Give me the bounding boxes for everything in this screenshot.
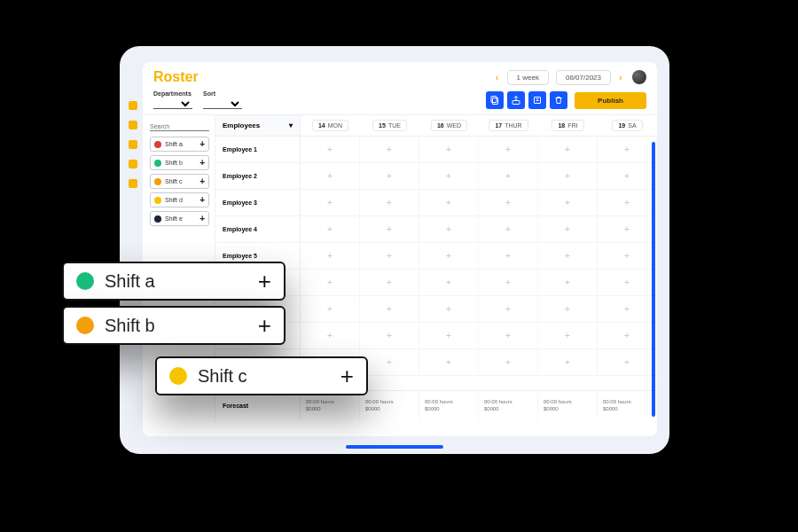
shift-cell[interactable]: +	[419, 323, 479, 348]
employee-name-cell[interactable]: Employee 4	[215, 216, 301, 242]
shift-cell[interactable]: +	[538, 137, 598, 162]
shift-cell[interactable]: +	[419, 296, 479, 322]
employee-name-cell[interactable]: Employee 2	[215, 163, 301, 189]
day-column-header[interactable]: 18FRI	[538, 115, 598, 136]
shift-cell[interactable]: +	[598, 323, 657, 348]
plus-icon[interactable]: +	[200, 176, 205, 186]
day-column-header[interactable]: 19SA	[598, 115, 657, 136]
shift-cell[interactable]: +	[538, 163, 598, 189]
plus-icon[interactable]: +	[258, 268, 271, 295]
shift-cell[interactable]: +	[598, 190, 657, 215]
shift-popover[interactable]: Shift c +	[155, 356, 368, 395]
export-button[interactable]	[507, 91, 525, 109]
shift-cell[interactable]: +	[360, 296, 419, 322]
plus-icon[interactable]: +	[258, 312, 271, 340]
delete-button[interactable]	[550, 91, 567, 109]
shift-cell[interactable]: +	[360, 323, 419, 348]
shift-cell[interactable]: +	[360, 163, 419, 189]
toolbar: Departments Sort Publish	[143, 89, 657, 115]
plus-icon[interactable]: +	[200, 195, 205, 205]
shift-cell[interactable]: +	[301, 270, 360, 295]
shift-cell[interactable]: +	[301, 323, 360, 348]
shift-cell[interactable]: +	[419, 270, 479, 295]
publish-button[interactable]: Publish	[575, 92, 646, 109]
shift-cell[interactable]: +	[419, 349, 479, 375]
day-column-header[interactable]: 15TUE	[360, 115, 419, 136]
export-icon	[511, 95, 521, 106]
shift-item[interactable]: Shift b+	[150, 155, 209, 170]
shift-cell[interactable]: +	[301, 163, 360, 189]
shift-cell[interactable]: +	[598, 270, 657, 295]
shift-cell[interactable]: +	[479, 190, 538, 215]
shift-cell[interactable]: +	[419, 137, 479, 162]
shift-cell[interactable]: +	[419, 163, 479, 189]
plus-icon[interactable]: +	[200, 158, 205, 168]
shift-cell[interactable]: +	[479, 163, 538, 189]
shift-cell[interactable]: +	[419, 216, 479, 242]
shift-cell[interactable]: +	[538, 323, 598, 348]
shift-cell[interactable]: +	[538, 349, 598, 375]
day-column-header[interactable]: 14MON	[301, 115, 360, 136]
shift-cell[interactable]: +	[360, 349, 419, 375]
shift-cell[interactable]: +	[479, 137, 538, 162]
shift-cell[interactable]: +	[301, 243, 360, 269]
day-column-header[interactable]: 17THUR	[479, 115, 538, 136]
shift-cell[interactable]: +	[301, 296, 360, 322]
day-column-header[interactable]: 16WED	[419, 115, 479, 136]
shift-cell[interactable]: +	[598, 216, 657, 242]
plus-icon[interactable]: +	[200, 214, 205, 223]
shift-cell[interactable]: +	[360, 137, 419, 162]
vertical-scrollbar[interactable]	[652, 142, 655, 417]
shift-item[interactable]: Shift c+	[150, 174, 209, 189]
shift-cell[interactable]: +	[419, 190, 479, 215]
plus-icon[interactable]: +	[200, 139, 205, 149]
shift-cell[interactable]: +	[479, 270, 538, 295]
plus-icon[interactable]: +	[340, 363, 354, 390]
copy-button[interactable]	[486, 91, 504, 109]
shift-cell[interactable]: +	[598, 243, 657, 269]
duplicate-button[interactable]	[528, 91, 546, 109]
shift-cell[interactable]: +	[360, 243, 419, 269]
employee-row: Employee 3++++++	[215, 190, 657, 216]
employee-name-cell[interactable]: Employee 3	[215, 190, 301, 215]
employee-name-cell[interactable]: Employee 1	[215, 137, 301, 162]
employees-column-header[interactable]: Employees ▾	[215, 115, 301, 136]
shift-cell[interactable]: +	[479, 323, 538, 348]
shift-cell[interactable]: +	[538, 270, 598, 295]
shift-cell[interactable]: +	[479, 349, 538, 375]
date-input[interactable]: 08/07/2023	[556, 70, 611, 85]
search-input[interactable]	[150, 122, 209, 131]
shift-cell[interactable]: +	[479, 216, 538, 242]
range-selector[interactable]: 1 week	[507, 70, 549, 85]
shift-cell[interactable]: +	[598, 137, 657, 162]
shift-popover[interactable]: Shift a +	[62, 262, 286, 301]
shift-cell[interactable]: +	[301, 216, 360, 242]
shift-cell[interactable]: +	[479, 296, 538, 322]
shift-cell[interactable]: +	[360, 270, 419, 295]
shift-cell[interactable]: +	[538, 216, 598, 242]
avatar[interactable]	[632, 70, 646, 84]
copy-icon	[489, 95, 500, 106]
shift-cell[interactable]: +	[598, 349, 657, 375]
shift-cell[interactable]: +	[538, 296, 598, 322]
shift-cell[interactable]: +	[538, 243, 598, 269]
shift-cell[interactable]: +	[598, 296, 657, 322]
shift-cell[interactable]: +	[360, 190, 419, 215]
shift-cell[interactable]: +	[360, 216, 419, 242]
shift-cell[interactable]: +	[479, 243, 538, 269]
shift-cell[interactable]: +	[419, 243, 479, 269]
prev-period-button[interactable]: ‹	[491, 70, 504, 84]
next-period-button[interactable]: ›	[614, 70, 627, 84]
shift-cell[interactable]: +	[301, 137, 360, 162]
shift-color-dot	[154, 141, 161, 148]
departments-dropdown[interactable]	[153, 98, 192, 109]
shift-cell[interactable]: +	[598, 163, 657, 189]
shift-item[interactable]: Shift d+	[150, 192, 209, 207]
shift-popover[interactable]: Shift b +	[62, 306, 286, 345]
shift-cell[interactable]: +	[301, 190, 360, 215]
shift-cell[interactable]: +	[538, 190, 598, 215]
shift-item[interactable]: Shift a+	[150, 137, 209, 152]
sort-dropdown[interactable]	[203, 98, 242, 109]
shift-item[interactable]: Shift e+	[150, 211, 209, 226]
departments-label: Departments	[153, 90, 192, 97]
